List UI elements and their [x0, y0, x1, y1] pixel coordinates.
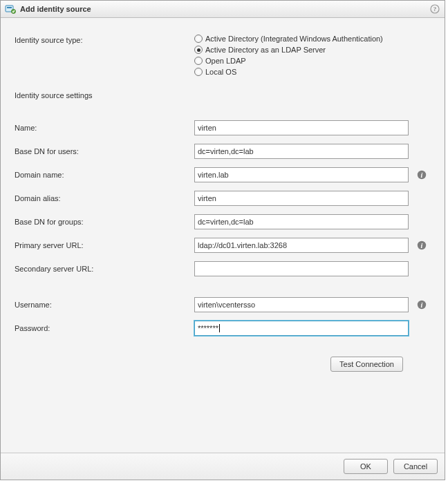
info-icon[interactable]: i: [417, 170, 427, 180]
radio-local-os[interactable]: Local OS: [194, 68, 383, 76]
identity-source-type-label: Identity source type:: [15, 35, 194, 44]
svg-text:i: i: [421, 301, 423, 309]
domain-alias-label: Domain alias:: [15, 194, 194, 202]
identity-source-type-radio-group: Active Directory (Integrated Windows Aut…: [194, 35, 383, 76]
info-icon[interactable]: i: [417, 300, 427, 310]
name-label: Name:: [15, 124, 194, 132]
primary-server-url-input[interactable]: [194, 238, 409, 253]
info-icon[interactable]: i: [417, 240, 427, 250]
titlebar: Add identity source ?: [1, 1, 445, 18]
radio-ad-integrated[interactable]: Active Directory (Integrated Windows Aut…: [194, 35, 383, 43]
domain-name-input[interactable]: [194, 167, 409, 182]
base-dn-users-label: Base DN for users:: [15, 147, 194, 155]
identity-source-settings-label: Identity source settings: [15, 91, 431, 100]
radio-icon: [194, 68, 203, 76]
password-label: Password:: [15, 324, 194, 332]
svg-rect-1: [7, 7, 12, 8]
domain-alias-input[interactable]: [194, 191, 409, 206]
svg-text:i: i: [421, 171, 423, 179]
radio-open-ldap[interactable]: Open LDAP: [194, 57, 383, 65]
radio-label: Active Directory as an LDAP Server: [205, 46, 326, 54]
svg-text:i: i: [421, 242, 423, 249]
identity-source-icon: [5, 3, 16, 15]
ok-button[interactable]: OK: [344, 459, 388, 474]
secondary-server-url-label: Secondary server URL:: [15, 265, 194, 273]
secondary-server-url-input[interactable]: [194, 261, 409, 276]
svg-text:?: ?: [433, 6, 437, 12]
dialog-body: Identity source type: Active Directory (…: [1, 18, 445, 453]
primary-server-url-label: Primary server URL:: [15, 241, 194, 249]
password-value: *******: [198, 324, 220, 332]
domain-name-label: Domain name:: [15, 171, 194, 179]
help-icon[interactable]: ?: [429, 3, 440, 15]
radio-icon: [194, 46, 203, 54]
radio-icon: [194, 57, 203, 65]
radio-label: Local OS: [205, 68, 236, 76]
name-input[interactable]: [194, 120, 409, 135]
base-dn-groups-input[interactable]: [194, 214, 409, 229]
test-connection-button[interactable]: Test Connection: [330, 357, 403, 372]
base-dn-groups-label: Base DN for groups:: [15, 218, 194, 226]
radio-label: Open LDAP: [205, 57, 246, 65]
radio-label: Active Directory (Integrated Windows Aut…: [205, 35, 383, 43]
username-input[interactable]: [194, 297, 409, 312]
password-input[interactable]: *******: [194, 321, 409, 336]
base-dn-users-input[interactable]: [194, 144, 409, 159]
radio-icon: [194, 35, 203, 43]
radio-ad-ldap[interactable]: Active Directory as an LDAP Server: [194, 46, 383, 54]
dialog-title: Add identity source: [20, 5, 429, 13]
cancel-button[interactable]: Cancel: [393, 459, 438, 474]
add-identity-source-dialog: Add identity source ? Identity source ty…: [0, 0, 445, 480]
dialog-footer: OK Cancel: [1, 453, 445, 480]
username-label: Username:: [15, 301, 194, 309]
